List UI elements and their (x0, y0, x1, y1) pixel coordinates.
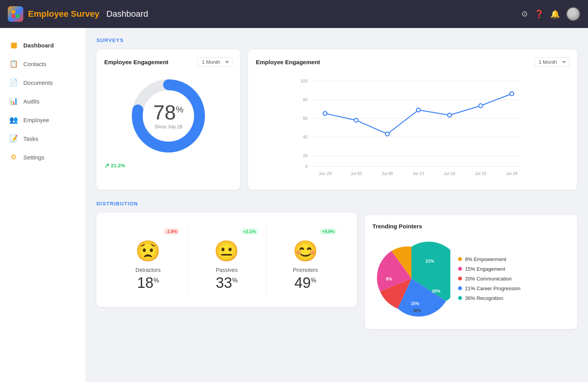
dashboard-icon: ▦ (9, 41, 18, 49)
promoters-label: Promoters (293, 267, 318, 273)
dist-item-detractors: -1.9% 😟 Detractors 18% (109, 222, 187, 298)
trend-badge: ↗ 21.2% (104, 162, 233, 169)
sidebar-item-settings[interactable]: ⚙ Settings (0, 148, 86, 166)
passives-change: +2.1% (241, 228, 258, 235)
trending-card: Trending Pointers (365, 215, 577, 329)
svg-text:Jul 08: Jul 08 (382, 171, 393, 176)
svg-rect-2 (12, 14, 15, 18)
svg-text:Jul 18: Jul 18 (444, 171, 455, 176)
engagement-line-card: Employee Engagement 1 Month 3 Months 6 M… (248, 49, 577, 190)
donut-wrapper: 78% Since July 28 (104, 73, 233, 159)
svg-text:15%: 15% (411, 301, 419, 306)
engagement-dot (458, 267, 462, 271)
svg-text:Jul 13: Jul 13 (413, 171, 424, 176)
trending-title: Trending Pointers (373, 223, 569, 230)
line-chart-svg: 100 80 60 40 20 0 Jun 28 Jul 03 Jul 08 J… (256, 73, 569, 182)
employee-icon: 👥 (9, 116, 18, 124)
svg-text:36%: 36% (413, 308, 421, 313)
sidebar-item-dashboard[interactable]: ▦ Dashboard (0, 36, 86, 54)
sidebar-label-contacts: Contacts (23, 61, 46, 67)
sidebar-item-audits[interactable]: 📊 Audits (0, 92, 86, 110)
legend-item-recognition: 36% Recognition (458, 295, 520, 301)
svg-text:40: 40 (303, 135, 308, 139)
sidebar-label-audits: Audits (23, 98, 40, 105)
svg-rect-3 (16, 14, 19, 18)
passives-value: 33% (216, 275, 238, 291)
promoters-change: +9.8% (320, 228, 337, 235)
sidebar-label-documents: Documents (23, 79, 53, 86)
svg-text:20: 20 (303, 153, 308, 158)
engagement-donut-dropdown[interactable]: 1 Month 3 Months 6 Months (198, 57, 233, 67)
surveys-row: Employee Engagement 1 Month 3 Months 6 M… (96, 49, 577, 190)
trending-inner: 21% 20% 15% 8% 36% 8% Empowerment (373, 236, 569, 321)
sidebar-item-tasks[interactable]: 📝 Tasks (0, 129, 86, 148)
svg-point-31 (510, 92, 514, 96)
svg-point-29 (448, 113, 452, 117)
header-title-bold: Employee Survey (28, 9, 99, 19)
documents-icon: 📄 (9, 78, 18, 87)
engagement-line-dropdown[interactable]: 1 Month 3 Months 6 Months (534, 57, 569, 67)
tasks-icon: 📝 (9, 134, 18, 143)
promoters-value: 49% (294, 275, 317, 291)
engagement-label: 15% Engagement (465, 266, 505, 272)
svg-point-27 (385, 132, 389, 136)
sidebar-item-employee[interactable]: 👥 Employee (0, 110, 86, 129)
svg-text:Jun 28: Jun 28 (318, 171, 331, 176)
career-dot (458, 286, 462, 290)
svg-rect-1 (16, 10, 19, 14)
career-label: 21% Career Progression (465, 286, 520, 291)
line-chart-area: 100 80 60 40 20 0 Jun 28 Jul 03 Jul 08 J… (256, 73, 569, 182)
passives-label: Passives (216, 267, 238, 273)
dist-item-passives: +2.1% 😐 Passives 33% (187, 222, 266, 298)
svg-text:80: 80 (303, 97, 308, 102)
passives-face: 😐 (214, 239, 239, 263)
svg-text:20%: 20% (432, 289, 441, 293)
user-avatar[interactable] (566, 7, 580, 21)
svg-text:100: 100 (301, 79, 308, 83)
empowerment-label: 8% Empowerment (465, 256, 506, 262)
legend-item-communication: 20% Communication (458, 276, 520, 282)
sidebar: ▦ Dashboard 📋 Contacts 📄 Documents 📊 Aud… (0, 28, 86, 382)
legend-item-engagement: 15% Engagement (458, 266, 520, 272)
dist-item-promoters: +9.8% 😊 Promoters 49% (266, 222, 345, 298)
settings-icon[interactable]: ⚙ (521, 9, 528, 19)
header-right: ⚙ ❓ 🔔 (521, 7, 580, 21)
communication-dot (458, 277, 462, 280)
audits-icon: 📊 (9, 97, 18, 105)
donut-percent: 78% (153, 102, 183, 123)
main-content: SURVEYS Employee Engagement 1 Month 3 Mo… (86, 28, 588, 382)
trend-arrow-icon: ↗ (104, 162, 109, 169)
donut-subtitle: Since July 28 (153, 124, 183, 130)
legend-item-empowerment: 8% Empowerment (458, 256, 520, 262)
svg-point-28 (416, 108, 420, 112)
svg-text:Jul 28: Jul 28 (506, 171, 517, 176)
svg-text:Jul 23: Jul 23 (475, 171, 486, 176)
sidebar-label-dashboard: Dashboard (23, 42, 54, 49)
svg-text:8%: 8% (386, 277, 392, 281)
empowerment-dot (458, 257, 462, 261)
detractors-label: Detractors (135, 267, 161, 273)
trend-value: 21.2% (111, 163, 125, 168)
communication-label: 20% Communication (465, 276, 512, 282)
bell-icon[interactable]: 🔔 (550, 9, 560, 19)
svg-text:21%: 21% (425, 259, 434, 263)
svg-text:60: 60 (303, 116, 308, 121)
promoters-face: 😊 (293, 239, 318, 263)
svg-text:Jul 03: Jul 03 (350, 171, 362, 176)
sidebar-label-tasks: Tasks (23, 135, 38, 142)
distribution-section-title: DISTRIBUTION (96, 201, 357, 207)
svg-text:0: 0 (305, 164, 308, 169)
pie-legend: 8% Empowerment 15% Engagement 20% Commun… (458, 256, 520, 301)
distribution-card: -1.9% 😟 Detractors 18% +2.1% (96, 213, 357, 307)
header-left: Employee Survey Dashboard (8, 6, 148, 22)
header-title-light: Dashboard (106, 9, 148, 19)
help-icon[interactable]: ❓ (534, 9, 544, 19)
svg-point-30 (479, 104, 483, 108)
sidebar-item-documents[interactable]: 📄 Documents (0, 73, 86, 92)
engagement-donut-header: Employee Engagement 1 Month 3 Months 6 M… (104, 57, 233, 67)
sidebar-item-contacts[interactable]: 📋 Contacts (0, 54, 86, 73)
app-logo (8, 6, 23, 22)
contacts-icon: 📋 (9, 60, 18, 68)
sidebar-label-settings: Settings (23, 154, 44, 161)
engagement-line-title: Employee Engagement (256, 59, 320, 65)
